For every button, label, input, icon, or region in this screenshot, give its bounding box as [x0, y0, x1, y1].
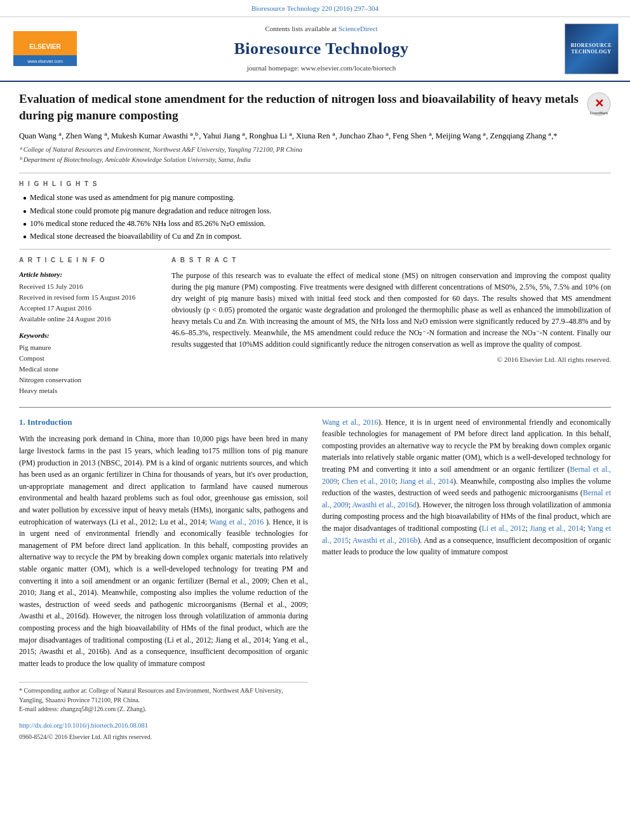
bullet-icon-4: ●: [23, 232, 27, 242]
divider-1: [19, 173, 611, 173]
journal-reference-bar: Bioresource Technology 220 (2016) 297–30…: [0, 0, 630, 17]
svg-text:ELSEVIER: ELSEVIER: [29, 43, 61, 50]
article-info-label: A R T I C L E I N F O: [19, 256, 159, 265]
svg-text:✕: ✕: [594, 97, 604, 110]
journal-homepage: journal homepage: www.elsevier.com/locat…: [86, 63, 556, 74]
publisher-logo-area: ELSEVIER www.elsevier.com: [10, 23, 80, 74]
bullet-icon-1: ●: [23, 194, 27, 203]
journal-title-area: Contents lists available at ScienceDirec…: [86, 23, 556, 74]
footnote-area: * Corresponding author at: College of Na…: [19, 682, 308, 742]
highlight-item-1: ● Medical stone was used as amendment fo…: [23, 192, 611, 203]
journal-logo-area: BIORESOURCETECHNOLOGY: [563, 23, 620, 74]
affiliation-a: ᵃ College of Natural Resources and Envir…: [19, 145, 611, 155]
highlights-section: H I G H L I G H T S ● Medical stone was …: [19, 180, 611, 243]
revised-date: Received in revised form 15 August 2016: [19, 293, 159, 303]
highlight-item-3: ● 10% medical stone reduced the 48.76% N…: [23, 218, 611, 229]
ref-link-wang2016[interactable]: Wang et al., 2016: [209, 517, 264, 526]
doi-area: http://dx.doi.org/10.1016/j.biortech.201…: [19, 719, 308, 731]
article-title: Evaluation of medical stone amendment fo…: [19, 91, 580, 123]
keywords-section: Keywords: Pig manure Compost Medical sto…: [19, 331, 159, 396]
contents-line: Contents lists available at ScienceDirec…: [86, 24, 556, 34]
ref-jiang2014b[interactable]: Jiang et al., 2014: [530, 524, 584, 533]
article-info-abstract-area: A R T I C L E I N F O Article history: R…: [19, 256, 611, 397]
footnote-email: E-mail address: zhangzq58@126.com (Z. Zh…: [19, 705, 308, 714]
bullet-icon-3: ●: [23, 220, 27, 229]
abstract-label: A B S T R A C T: [171, 256, 611, 265]
accepted-date: Accepted 17 August 2016: [19, 303, 159, 314]
issn-text: 0960-8524/© 2016 Elsevier Ltd. All right…: [19, 733, 308, 742]
keywords-title: Keywords:: [19, 331, 159, 341]
sciencedirect-link[interactable]: ScienceDirect: [338, 25, 378, 32]
doi-link[interactable]: http://dx.doi.org/10.1016/j.biortech.201…: [19, 722, 148, 729]
affiliations: ᵃ College of Natural Resources and Envir…: [19, 145, 611, 165]
svg-text:www.elsevier.com: www.elsevier.com: [27, 59, 63, 63]
highlights-label: H I G H L I G H T S: [19, 180, 611, 189]
affiliation-b: ᵇ Department of Biotechnology, Amicable …: [19, 155, 611, 165]
intro-paragraph-1: With the increasing pork demand in China…: [19, 433, 308, 669]
ref-li2012b[interactable]: Li et al., 2012: [481, 524, 525, 533]
highlights-list: ● Medical stone was used as amendment fo…: [19, 192, 611, 243]
body-content: 1. Introduction With the increasing pork…: [19, 417, 611, 742]
main-content: Evaluation of medical stone amendment fo…: [0, 82, 630, 750]
article-title-area: Evaluation of medical stone amendment fo…: [19, 91, 611, 123]
footnote-corresponding: * Corresponding author at: College of Na…: [19, 686, 308, 705]
keyword-5: Heavy metals: [19, 386, 159, 396]
journal-reference: Bioresource Technology 220 (2016) 297–30…: [251, 4, 379, 12]
ref-awasthi2016b[interactable]: Awasthi et al., 2016b: [352, 536, 417, 545]
crossmark-icon[interactable]: ✕ CrossMark: [587, 92, 611, 116]
ref-jiang2014[interactable]: Jiang et al., 2014: [400, 477, 453, 486]
highlight-item-2: ● Medical stone could promote pig manure…: [23, 206, 611, 217]
article-info-col: A R T I C L E I N F O Article history: R…: [19, 256, 159, 397]
journal-title: Bioresource Technology: [86, 37, 556, 61]
ref-link-wang2016-right[interactable]: Wang et al., 2016: [322, 418, 379, 427]
keyword-3: Medical stone: [19, 364, 159, 375]
authors: Quan Wang ᵃ, Zhen Wang ᵃ, Mukesh Kumar A…: [19, 130, 611, 142]
email-link[interactable]: zhangzq58@126.com: [60, 705, 116, 712]
received-date: Received 15 July 2016: [19, 282, 159, 292]
ref-chen2010[interactable]: Chen et al., 2010: [342, 477, 395, 486]
keyword-2: Compost: [19, 354, 159, 364]
divider-2: [19, 249, 611, 250]
keyword-1: Pig manure: [19, 343, 159, 353]
available-date: Available online 24 August 2016: [19, 314, 159, 324]
svg-text:CrossMark: CrossMark: [590, 111, 608, 115]
history-title: Article history:: [19, 270, 159, 280]
ref-awasthi2016d[interactable]: Awasthi et al., 2016d: [352, 500, 416, 509]
body-col-right: Wang et al., 2016). Hence, it is in urge…: [322, 417, 611, 742]
keyword-4: Nitrogen conservation: [19, 375, 159, 385]
divider-3: [19, 407, 611, 408]
body-col-left: 1. Introduction With the increasing pork…: [19, 417, 308, 742]
abstract-copyright: © 2016 Elsevier Ltd. All rights reserved…: [171, 355, 611, 365]
bullet-icon-2: ●: [23, 207, 27, 217]
highlight-item-4: ● Medical stone decreased the bioavailab…: [23, 231, 611, 242]
journal-logo-icon: BIORESOURCETECHNOLOGY: [565, 23, 619, 74]
elsevier-logo-icon: ELSEVIER www.elsevier.com: [13, 31, 77, 66]
journal-header: ELSEVIER www.elsevier.com Contents lists…: [0, 17, 630, 82]
intro-paragraph-right: Wang et al., 2016). Hence, it is in urge…: [322, 417, 611, 558]
abstract-col: A B S T R A C T The purpose of this rese…: [171, 256, 611, 397]
abstract-text: The purpose of this research was to eval…: [171, 270, 611, 350]
intro-heading: 1. Introduction: [19, 417, 308, 429]
article-history: Article history: Received 15 July 2016 R…: [19, 270, 159, 324]
